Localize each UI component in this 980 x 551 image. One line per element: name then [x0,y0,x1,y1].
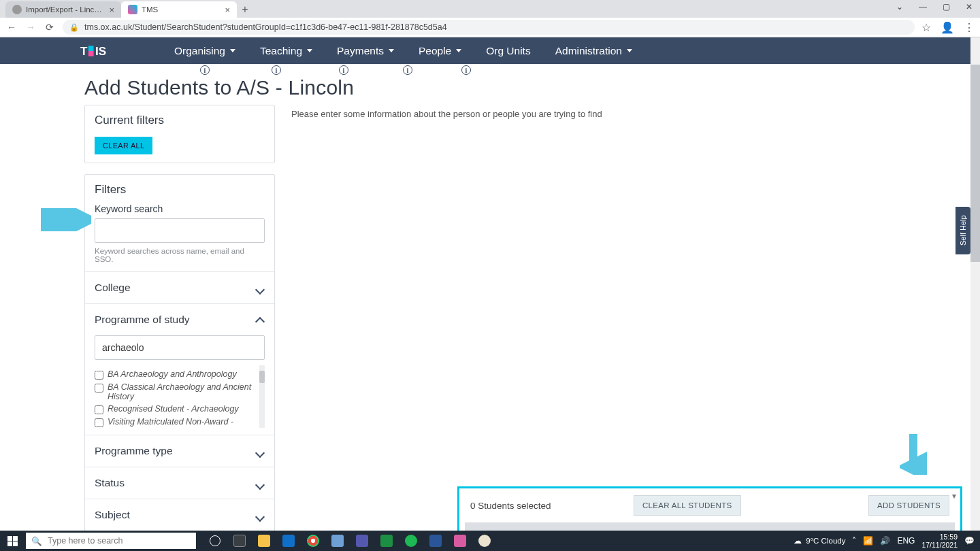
programme-option[interactable]: BA Archaeology and Anthropology [95,368,259,381]
lock-icon: 🔒 [69,23,79,32]
svg-rect-2 [88,51,94,56]
excel-icon[interactable] [374,531,399,551]
info-icon[interactable]: i [200,65,210,75]
info-icon[interactable]: i [403,65,412,75]
checkbox[interactable] [95,405,103,414]
checkbox[interactable] [95,371,103,380]
dock-scroll-strip[interactable] [465,522,955,531]
profile-icon[interactable]: 👤 [941,21,954,34]
programme-option[interactable]: Recognised Student - Archaeology [95,403,259,416]
accordion-college[interactable]: College [85,271,274,303]
spotify-icon[interactable] [399,531,423,551]
page-content: i i i i i Add Students to A/S - Lincoln … [0,64,970,531]
nav-teaching[interactable]: Teaching [248,37,325,64]
accordion-label: College [95,282,131,294]
network-icon[interactable]: 📶 [863,536,873,546]
list-scrollbar[interactable] [259,371,265,383]
checkbox[interactable] [95,384,103,393]
tray-chevron-icon[interactable]: ˄ [852,536,856,546]
chevron-down-icon[interactable]: ⌄ [893,2,906,12]
browser-tab-active[interactable]: TMS × [121,1,237,18]
tab-title: TMS [142,5,220,14]
accordion-label: Programme of study [95,314,190,326]
browser-tab-inactive[interactable]: Import/Export - Lincoln College | × [5,1,121,18]
nav-people[interactable]: People [406,37,474,64]
page-scrollbar[interactable] [970,37,980,531]
clock[interactable]: 15:59 17/11/2021 [921,533,958,549]
accordion-label: Programme type [95,445,173,457]
info-icon[interactable]: i [272,65,281,75]
app-icon[interactable] [448,531,472,551]
clear-all-button[interactable]: CLEAR ALL [95,137,152,154]
keyword-search-input[interactable] [95,218,265,243]
forward-icon[interactable]: → [24,22,37,33]
selected-count-label: 0 Students selected [470,501,634,511]
cloud-icon: ☁ [794,536,802,546]
weather-widget[interactable]: ☁9°C Cloudy [794,536,845,546]
filters-sidebar: Current filters CLEAR ALL Filters Keywor… [84,105,275,531]
programme-options-list: BA Archaeology and Anthropology BA Class… [95,365,265,428]
dock-collapse-icon[interactable]: ▾ [952,491,956,501]
info-icon[interactable]: i [339,65,348,75]
browser-tab-bar: Import/Export - Lincoln College | × TMS … [0,0,980,18]
task-view-icon[interactable] [227,531,252,551]
window-controls: ⌄ — ▢ ✕ [893,2,976,12]
maximize-icon[interactable]: ▢ [939,2,953,12]
teams-icon[interactable] [350,531,374,551]
chrome-icon[interactable] [301,531,325,551]
taskbar-search-input[interactable]: 🔍 Type here to search [26,533,196,549]
accordion-programme[interactable]: Programme of study [85,303,274,335]
nav-administration[interactable]: Administration [543,37,644,64]
app-icon[interactable] [472,531,497,551]
nav-org-units[interactable]: Org Units [474,37,542,64]
programme-search-input[interactable] [95,335,265,360]
calculator-icon[interactable] [325,531,350,551]
accordion-programme-type[interactable]: Programme type [85,435,274,467]
word-icon[interactable] [423,531,448,551]
accordion-subject[interactable]: Subject [85,499,274,531]
minimize-icon[interactable]: — [916,2,930,12]
file-explorer-icon[interactable] [252,531,276,551]
info-icon[interactable]: i [461,65,471,75]
keyword-label: Keyword search [85,199,274,218]
self-help-tab[interactable]: Self Help [956,207,970,254]
globe-icon [12,5,22,14]
notifications-icon[interactable]: 💬 [964,536,975,546]
kebab-menu-icon[interactable]: ⋮ [964,21,975,34]
star-icon[interactable]: ☆ [921,21,931,34]
new-tab-button[interactable]: + [237,1,253,18]
close-window-icon[interactable]: ✕ [962,2,976,12]
chevron-up-icon [257,316,265,324]
volume-icon[interactable]: 🔊 [880,536,890,546]
clear-all-students-button[interactable]: CLEAR ALL STUDENTS [634,495,741,516]
outlook-icon[interactable] [276,531,301,551]
annotation-arrow-icon [900,431,927,475]
accordion-status[interactable]: Status [85,467,274,499]
language-indicator[interactable]: ENG [897,536,915,546]
accordion-label: Subject [95,509,130,521]
search-icon: 🔍 [31,536,42,546]
nav-payments[interactable]: Payments [325,37,406,64]
cortana-icon[interactable] [203,531,227,551]
accordion-label: Status [95,477,125,489]
chevron-down-icon [627,49,632,52]
system-tray: ☁9°C Cloudy ˄ 📶 🔊 ENG 15:59 17/11/2021 💬 [794,533,980,549]
close-icon[interactable]: × [109,5,114,15]
reload-icon[interactable]: ⟳ [44,22,56,33]
back-icon[interactable]: ← [5,22,18,33]
search-placeholder: Type here to search [48,536,122,546]
app-favicon-icon [128,5,137,14]
checkbox[interactable] [95,418,103,427]
programme-option[interactable]: BA Classical Archaeology and Ancient His… [95,381,259,403]
chevron-down-icon [230,49,235,52]
start-button[interactable] [0,531,24,551]
close-icon[interactable]: × [225,5,230,15]
selection-dock: ▾ 0 Students selected CLEAR ALL STUDENTS… [457,486,962,531]
add-students-button[interactable]: ADD STUDENTS [868,495,949,516]
programme-option[interactable]: Visiting Matriculated Non-Award - Anthro… [95,416,259,428]
tms-logo[interactable]: TIS [80,43,127,59]
nav-organising[interactable]: Organising [162,37,248,64]
app-navbar: TIS Organising Teaching Payments People … [0,37,980,64]
url-field[interactable]: 🔒 tms.ox.ac.uk/Student/SearchStudent?stu… [63,20,915,35]
url-text: tms.ox.ac.uk/Student/SearchStudent?stude… [84,22,447,32]
